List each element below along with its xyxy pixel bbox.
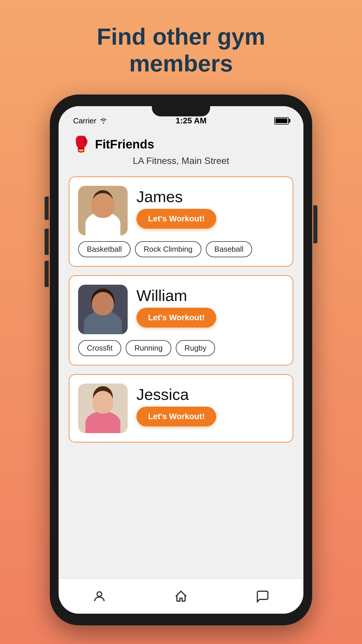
chat-icon — [256, 589, 270, 603]
app-header: 🥊 FitFriends LA Fitness, Main Street — [59, 130, 303, 171]
member-name-william: William — [136, 288, 284, 303]
member-tags-william: Crossfit Running Rugby — [78, 340, 284, 356]
workout-button-william[interactable]: Let's Workout! — [136, 308, 216, 328]
tag-rock-climbing: Rock Climbing — [135, 241, 201, 257]
member-name-james: James — [136, 189, 284, 204]
battery-icon — [274, 117, 289, 125]
tag-rugby: Rugby — [176, 340, 215, 356]
member-tags-james: Basketball Rock Climbing Baseball — [78, 241, 284, 257]
tag-basketball: Basketball — [78, 241, 131, 257]
status-bar: Carrier 1:25 AM — [59, 106, 303, 130]
status-time: 1:25 AM — [176, 116, 207, 125]
nav-item-messages[interactable] — [245, 585, 280, 608]
member-card-jessica: Jessica Let's Workout! — [69, 374, 293, 442]
nav-item-home[interactable] — [164, 585, 198, 608]
home-icon — [174, 589, 188, 603]
person-icon — [92, 589, 106, 603]
tag-crossfit: Crossfit — [78, 340, 121, 356]
app-name: FitFriends — [95, 137, 154, 151]
member-name-jessica: Jessica — [136, 386, 284, 402]
gym-location: LA Fitness, Main Street — [72, 155, 290, 166]
page-headline: Find other gym members — [79, 23, 283, 77]
carrier-text: Carrier — [73, 116, 108, 125]
phone-frame: Carrier 1:25 AM 🥊 FitFriends LA Fitness,… — [50, 94, 312, 625]
members-list: James Let's Workout! Basketball Rock Cli… — [59, 171, 303, 579]
tag-running: Running — [126, 340, 171, 356]
bottom-nav — [59, 579, 303, 614]
member-info-jessica: Jessica Let's Workout! — [136, 384, 284, 426]
wifi-icon — [99, 118, 108, 124]
member-info-william: William Let's Workout! — [136, 285, 284, 328]
nav-item-profile[interactable] — [82, 585, 117, 608]
volume-buttons — [45, 229, 49, 287]
avatar-james — [78, 186, 128, 235]
avatar-william — [78, 285, 128, 334]
phone-screen: Carrier 1:25 AM 🥊 FitFriends LA Fitness,… — [59, 106, 303, 614]
svg-point-0 — [97, 592, 102, 596]
member-card-william: William Let's Workout! Crossfit Running … — [69, 275, 293, 365]
avatar-jessica — [78, 384, 128, 433]
workout-button-jessica[interactable]: Let's Workout! — [136, 407, 216, 426]
app-logo-icon: 🥊 — [72, 135, 91, 153]
member-card-james: James Let's Workout! Basketball Rock Cli… — [69, 176, 293, 267]
member-info-james: James Let's Workout! — [136, 186, 284, 229]
workout-button-james[interactable]: Let's Workout! — [136, 209, 216, 229]
tag-baseball: Baseball — [206, 241, 252, 257]
